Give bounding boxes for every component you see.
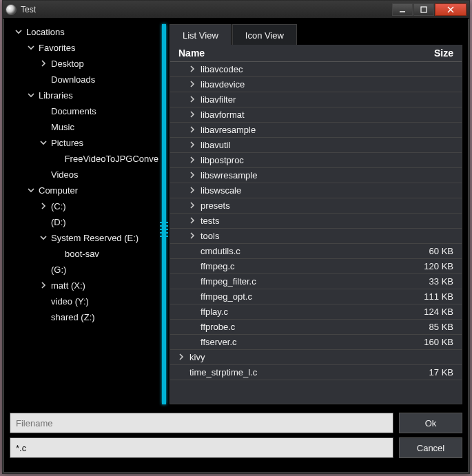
file-size: 120 KB <box>424 261 453 271</box>
folder-name: libavfilter <box>201 94 453 105</box>
file-list[interactable]: libavcodeclibavdevicelibavfilterlibavfor… <box>170 62 462 404</box>
file-size: 85 KB <box>429 322 453 332</box>
column-size[interactable]: Size <box>434 48 453 59</box>
cancel-button[interactable]: Cancel <box>399 437 462 458</box>
chevron-right-icon <box>189 65 196 72</box>
sidebar-item-label: Desktop <box>51 59 84 69</box>
chevron-right-icon <box>189 96 196 103</box>
chevron-right-icon <box>189 187 196 194</box>
file-name: ffmpeg.c <box>201 261 424 271</box>
file-panel: List View Icon View Name Size libavcodec… <box>170 24 462 404</box>
file-name: time_strptime_l.c <box>189 367 429 377</box>
dialog-window: Test LocationsFavoritesDesktopDownloadsL… <box>2 0 470 474</box>
sidebar-item[interactable]: Pictures <box>10 135 158 151</box>
filter-input[interactable] <box>10 437 393 458</box>
folder-name: tests <box>201 216 453 226</box>
file-row[interactable]: ffmpeg.c120 KB <box>170 259 462 274</box>
sidebar-item[interactable]: boot-sav <box>10 246 158 262</box>
window-buttons <box>391 3 466 16</box>
filename-input[interactable] <box>10 413 393 433</box>
sidebar-item-label: (G:) <box>51 265 66 275</box>
sidebar-root-label: Locations <box>26 27 65 37</box>
chevron-down-icon <box>28 44 34 51</box>
bottom-bar: Ok Cancel <box>4 404 468 464</box>
sidebar-item[interactable]: Videos <box>10 167 158 183</box>
folder-row[interactable]: libswscale <box>170 183 462 198</box>
file-size: 111 KB <box>424 291 453 302</box>
chevron-right-icon <box>40 203 47 209</box>
folder-row[interactable]: tools <box>170 229 462 244</box>
file-row[interactable]: time_strptime_l.c17 KB <box>170 365 462 380</box>
chevron-down-icon <box>40 234 47 241</box>
minimize-button[interactable] <box>392 3 413 16</box>
folder-row[interactable]: kivy <box>170 350 462 365</box>
content: LocationsFavoritesDesktopDownloadsLibrar… <box>3 19 469 473</box>
sidebar-group-label: Libraries <box>39 90 73 101</box>
sidebar-root[interactable]: Locations <box>10 24 158 40</box>
file-size: 33 KB <box>429 276 453 287</box>
sidebar-item-label: System Reserved (E:) <box>51 233 138 243</box>
sidebar-item[interactable]: matt (X:) <box>10 278 158 293</box>
chevron-right-icon <box>178 353 185 360</box>
chevron-right-icon <box>40 60 47 67</box>
maximize-button[interactable] <box>413 3 434 16</box>
column-headers[interactable]: Name Size <box>170 45 462 62</box>
sidebar-group-label: Computer <box>39 185 78 196</box>
folder-row[interactable]: libswresample <box>170 168 462 183</box>
sidebar-item[interactable]: FreeVideoToJPGConve <box>10 151 158 167</box>
tab-list-view[interactable]: List View <box>170 24 232 45</box>
sidebar-item[interactable]: Documents <box>10 103 158 119</box>
chevron-right-icon <box>189 81 196 87</box>
folder-row[interactable]: libavutil <box>170 138 462 153</box>
folder-row[interactable]: libavformat <box>170 107 462 123</box>
sidebar-group[interactable]: Libraries <box>10 87 158 103</box>
sidebar-item[interactable]: System Reserved (E:) <box>10 230 158 246</box>
folder-row[interactable]: libpostproc <box>170 153 462 168</box>
file-row[interactable]: ffmpeg_filter.c33 KB <box>170 274 462 289</box>
folder-name: libpostproc <box>201 155 453 165</box>
file-name: cmdutils.c <box>201 246 429 256</box>
sidebar-group[interactable]: Computer <box>10 183 158 198</box>
folder-name: libavutil <box>201 140 453 150</box>
list-view-panel: Name Size libavcodeclibavdevicelibavfilt… <box>170 45 462 404</box>
file-size: 160 KB <box>424 337 453 347</box>
column-name[interactable]: Name <box>178 48 434 59</box>
sidebar-item[interactable]: (C:) <box>10 198 158 214</box>
folder-row[interactable]: libavfilter <box>170 92 462 107</box>
sidebar-item[interactable]: Downloads <box>10 72 158 87</box>
file-row[interactable]: ffmpeg_opt.c111 KB <box>170 289 462 304</box>
folder-row[interactable]: presets <box>170 198 462 214</box>
sidebar-item-label: matt (X:) <box>51 280 85 291</box>
folder-row[interactable]: tests <box>170 214 462 229</box>
sidebar-item[interactable]: Music <box>10 119 158 135</box>
file-size: 124 KB <box>424 307 453 317</box>
file-name: ffprobe.c <box>201 322 429 332</box>
file-row[interactable]: cmdutils.c60 KB <box>170 244 462 259</box>
folder-row[interactable]: libavcodec <box>170 62 462 77</box>
file-name: ffserver.c <box>201 337 424 347</box>
file-size: 60 KB <box>429 246 453 256</box>
sidebar-group[interactable]: Favorites <box>10 40 158 56</box>
file-row[interactable]: ffplay.c124 KB <box>170 304 462 320</box>
sidebar-item[interactable]: (D:) <box>10 214 158 230</box>
folder-row[interactable]: libavresample <box>170 123 462 138</box>
sidebar-item-label: (C:) <box>51 201 66 211</box>
locations-sidebar[interactable]: LocationsFavoritesDesktopDownloadsLibrar… <box>10 24 158 404</box>
file-row[interactable]: ffprobe.c85 KB <box>170 320 462 335</box>
titlebar[interactable]: Test <box>3 1 469 19</box>
sidebar-item[interactable]: (G:) <box>10 262 158 278</box>
sidebar-item-label: Music <box>51 122 74 132</box>
tab-icon-view[interactable]: Icon View <box>232 24 297 45</box>
splitter[interactable] <box>158 24 170 404</box>
chevron-down-icon <box>28 92 34 99</box>
file-row[interactable]: ffserver.c160 KB <box>170 335 462 350</box>
sidebar-item[interactable]: shared (Z:) <box>10 309 158 325</box>
sidebar-item[interactable]: Desktop <box>10 56 158 72</box>
sidebar-item[interactable]: video (Y:) <box>10 293 158 309</box>
file-name: ffmpeg_filter.c <box>201 276 429 287</box>
folder-row[interactable]: libavdevice <box>170 77 462 92</box>
sidebar-item-label: Pictures <box>51 138 83 148</box>
ok-button[interactable]: Ok <box>399 413 462 433</box>
close-button[interactable] <box>435 3 466 16</box>
sidebar-item-label: Documents <box>51 106 96 116</box>
